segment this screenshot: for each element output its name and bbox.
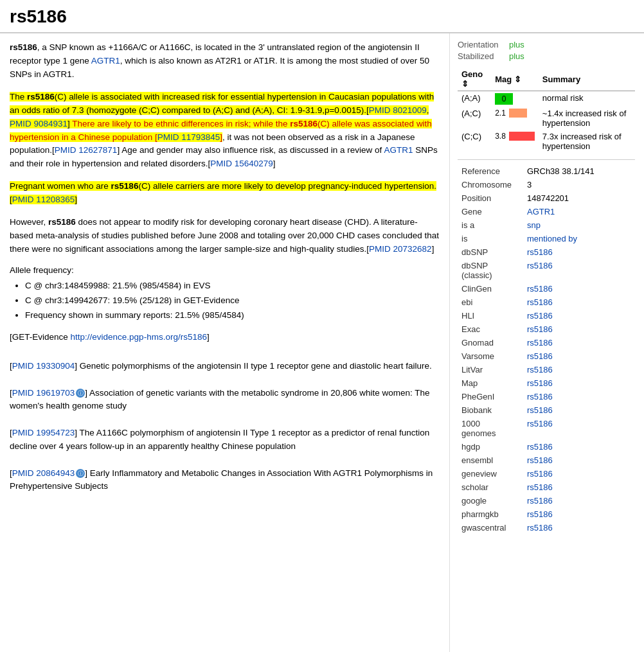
section3: However, rs5186 does not appear to modif…	[10, 216, 440, 256]
mag-col-header: Mag ⇕	[491, 67, 539, 91]
biobank-value: rs5186	[524, 404, 634, 416]
1000g-link[interactable]: rs5186	[527, 419, 553, 428]
geno-aa: (A;A)	[458, 91, 491, 107]
info-row-litvar: LitVar rs5186	[459, 364, 634, 376]
pmid-11208365[interactable]: PMID 11208365	[12, 195, 75, 204]
snp-link[interactable]: snp	[527, 220, 541, 230]
pmid-9084931[interactable]: PMID 9084931	[10, 119, 67, 128]
varsome-link[interactable]: rs5186	[527, 351, 553, 361]
dbsnp-link[interactable]: rs5186	[527, 247, 553, 257]
mag-bar-ac	[509, 109, 527, 118]
summary-col-header: Summary	[539, 67, 635, 91]
get-evidence-label: [GET-Evidence	[10, 332, 71, 342]
gene-agtr1-link[interactable]: AGTR1	[527, 207, 555, 216]
get-evidence-link[interactable]: http://evidence.pgp-hms.org/rs5186	[71, 332, 207, 342]
pmid-19954723-link[interactable]: PMID 19954723	[12, 428, 75, 437]
litvar-value: rs5186	[524, 364, 634, 376]
section2: Pregnant women who are rs5186(C) allele …	[10, 180, 440, 207]
pmid-11793845[interactable]: PMID 11793845	[157, 132, 220, 142]
scholar-link[interactable]: rs5186	[527, 482, 553, 492]
hli-link[interactable]: rs5186	[527, 311, 553, 321]
pharmgkb-link[interactable]: rs5186	[527, 509, 553, 519]
mag-aa: 0	[491, 91, 539, 107]
pos-value: 148742201	[524, 192, 634, 204]
gene-label: Gene	[459, 206, 523, 218]
agtr1-link-intro[interactable]: AGTR1	[91, 56, 120, 66]
mag-num-cc: 3.8	[495, 132, 506, 141]
exac-link[interactable]: rs5186	[527, 324, 553, 334]
ref-4: [PMID 20864943ⓘ] Early Inflammatory and …	[10, 467, 440, 493]
mag-ac: 2.1	[491, 107, 539, 130]
sidebar-meta: Orientation plus Stabilized plus	[458, 40, 635, 61]
scholar-value: rs5186	[524, 481, 634, 493]
mag-bar-cc	[509, 132, 535, 141]
stabilized-row: Stabilized plus	[458, 51, 635, 61]
pmid-19619703-link[interactable]: PMID 19619703	[12, 388, 75, 398]
info-row-varsome: Varsome rs5186	[459, 350, 634, 362]
clingen-link[interactable]: rs5186	[527, 284, 553, 294]
map-link[interactable]: rs5186	[527, 378, 553, 388]
isa-value: snp	[524, 219, 634, 231]
scholar-label: scholar	[459, 481, 523, 493]
1000g-label: 1000genomes	[459, 418, 523, 439]
pos-label: Position	[459, 192, 523, 204]
info-row-ebi: ebi rs5186	[459, 296, 634, 308]
pmid-8021009[interactable]: PMID 8021009	[369, 105, 427, 115]
ebi-link[interactable]: rs5186	[527, 297, 553, 307]
geno-row-aa: (A;A) 0 normal risk	[458, 91, 635, 107]
pharmgkb-label: pharmgkb	[459, 508, 523, 520]
ensembl-link[interactable]: rs5186	[527, 455, 553, 465]
hgdp-link[interactable]: rs5186	[527, 442, 553, 452]
info-row-ensembl: ensembl rs5186	[459, 454, 634, 466]
info-row-clingen: ClinGen rs5186	[459, 283, 634, 295]
1000g-value: rs5186	[524, 418, 634, 439]
mag-bar-zero: 0	[495, 93, 513, 105]
pmid-20732682[interactable]: PMID 20732682	[369, 244, 432, 254]
dbsnp-classic-value: rs5186	[524, 260, 634, 281]
stabilized-label: Stabilized	[458, 51, 509, 61]
content-wrapper: rs5186, a SNP known as +1166A/C or A1166…	[0, 33, 644, 652]
pmid-12627871[interactable]: PMID 12627871	[55, 145, 118, 155]
intro-paragraph: rs5186, a SNP known as +1166A/C or A1166…	[10, 41, 440, 82]
geno-ac: (A;C)	[458, 107, 491, 130]
gnomad-link[interactable]: rs5186	[527, 338, 553, 348]
geno-cc: (C;C)	[458, 130, 491, 153]
info-row-hgdp: hgdp rs5186	[459, 441, 634, 453]
pmid-19330904-link[interactable]: PMID 19330904	[12, 361, 75, 371]
allele-freq-section: Allele frequency: C @ chr3:148459988: 21…	[10, 265, 440, 323]
allele-list: C @ chr3:148459988: 21.5% (985/4584) in …	[10, 279, 440, 323]
orientation-row: Orientation plus	[458, 40, 635, 49]
geno-row-ac: (A;C) 2.1 ~1.4x increased risk of hypert…	[458, 107, 635, 130]
info-row-dbsnp-classic: dbSNP(classic) rs5186	[459, 260, 634, 281]
circle-icon-2: ⓘ	[76, 469, 85, 478]
summary-cc: 7.3x increased risk of hypertension	[539, 130, 635, 153]
gwascentral-link[interactable]: rs5186	[527, 523, 553, 533]
info-row-reference: Reference GRCh38 38.1/141	[459, 165, 634, 177]
info-row-chromosome: Chromosome 3	[459, 179, 634, 191]
is-value: mentioned by	[524, 233, 634, 245]
pmid-20864943-link[interactable]: PMID 20864943	[12, 468, 75, 478]
get-evidence-close: ]	[207, 332, 210, 342]
circle-icon-1: ⓘ	[76, 389, 85, 398]
phegeni-link[interactable]: rs5186	[527, 392, 553, 401]
clingen-value: rs5186	[524, 283, 634, 295]
pmid-15640279[interactable]: PMID 15640279	[210, 159, 273, 168]
biobank-link[interactable]: rs5186	[527, 405, 553, 415]
allele-item-1: C @ chr3:148459988: 21.5% (985/4584) in …	[25, 279, 440, 294]
gnomad-label: Gnomad	[459, 337, 523, 349]
isa-label: is a	[459, 219, 523, 231]
summary-aa: normal risk	[539, 91, 635, 107]
info-row-position: Position 148742201	[459, 192, 634, 204]
dbsnp-classic-link[interactable]: rs5186	[527, 261, 553, 270]
geneview-link[interactable]: rs5186	[527, 469, 553, 479]
litvar-link[interactable]: rs5186	[527, 365, 553, 374]
stabilized-value: plus	[509, 51, 524, 61]
info-row-gene: Gene AGTR1	[459, 206, 634, 218]
mentioned-by-link[interactable]: mentioned by	[527, 234, 577, 243]
google-link[interactable]: rs5186	[527, 496, 553, 506]
phegeni-value: rs5186	[524, 391, 634, 403]
hli-label: HLI	[459, 310, 523, 322]
info-row-scholar: scholar rs5186	[459, 481, 634, 493]
orientation-label: Orientation	[458, 40, 509, 49]
agtr1-link-s1[interactable]: AGTR1	[384, 145, 413, 155]
